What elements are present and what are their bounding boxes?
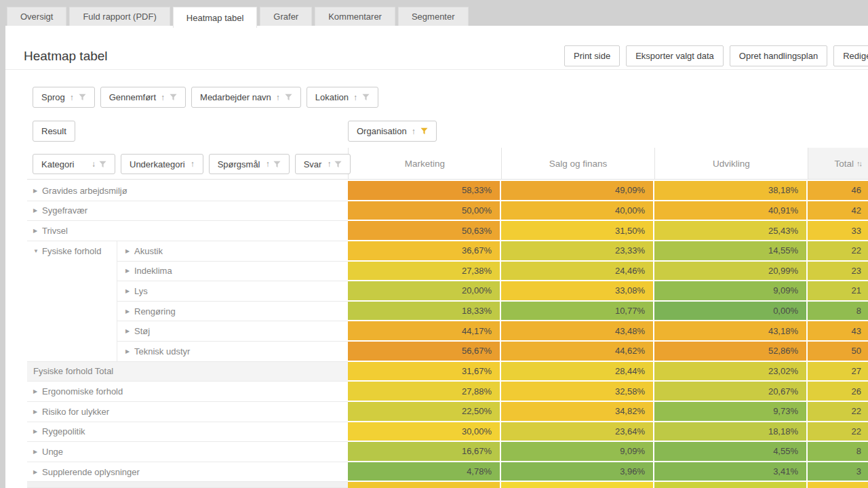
subcategory-cell[interactable]: ▶Rengøring bbox=[117, 302, 348, 322]
expand-icon[interactable]: ▶ bbox=[33, 207, 42, 214]
value-cell[interactable]: 8 bbox=[808, 302, 868, 322]
value-cell[interactable]: 21 bbox=[808, 281, 868, 302]
value-cell[interactable]: 43,48% bbox=[501, 321, 654, 342]
tab-grafer[interactable]: Grafer bbox=[260, 7, 312, 26]
value-cell[interactable]: 4,55% bbox=[654, 442, 808, 462]
column-header-udvikling[interactable]: Udvikling bbox=[654, 148, 808, 179]
category-cell[interactable] bbox=[27, 482, 348, 488]
category-cell[interactable]: ▶Unge bbox=[27, 442, 348, 462]
value-cell[interactable]: 31,67% bbox=[348, 362, 501, 382]
column-header-total[interactable]: Total↑↓ bbox=[808, 148, 868, 179]
filter-medarbejder-navn[interactable]: Medarbejder navn↑ bbox=[191, 87, 301, 108]
value-cell[interactable]: 28,44% bbox=[501, 362, 654, 382]
subcategory-cell[interactable]: ▶Akustik bbox=[117, 241, 348, 262]
value-cell[interactable]: 3,96% bbox=[501, 462, 654, 483]
tab-segmenter[interactable]: Segmenter bbox=[398, 7, 469, 26]
filter-gennemf-rt[interactable]: Gennemført↑ bbox=[100, 87, 186, 108]
total-row-label[interactable]: Fysiske forhold Total bbox=[27, 362, 348, 382]
value-cell[interactable]: 56,67% bbox=[348, 342, 501, 362]
value-cell[interactable]: 44,17% bbox=[348, 321, 501, 342]
value-cell[interactable]: 9,09% bbox=[501, 442, 654, 462]
tab-oversigt[interactable]: Oversigt bbox=[7, 7, 66, 26]
expand-icon[interactable]: ▶ bbox=[125, 328, 134, 334]
value-cell[interactable]: 32,58% bbox=[501, 382, 654, 402]
category-cell[interactable] bbox=[27, 281, 117, 302]
value-cell[interactable]: 58,33% bbox=[348, 181, 501, 201]
value-cell[interactable]: 22 bbox=[808, 402, 868, 422]
column-header-sp-rgsm-l[interactable]: Spørgsmål↑ bbox=[209, 154, 290, 174]
value-cell[interactable]: 31,50% bbox=[501, 221, 654, 241]
value-cell[interactable]: 20,99% bbox=[654, 262, 808, 282]
value-cell[interactable]: 23 bbox=[808, 262, 868, 282]
value-cell[interactable]: 33,08% bbox=[501, 281, 654, 302]
expand-icon[interactable]: ▶ bbox=[33, 449, 42, 455]
value-cell[interactable]: 24,46% bbox=[501, 262, 654, 282]
filter-lokation[interactable]: Lokation↑ bbox=[307, 87, 378, 108]
value-cell[interactable]: 26 bbox=[808, 382, 868, 402]
value-cell[interactable]: 20,67% bbox=[654, 382, 808, 402]
value-cell[interactable]: 36,67% bbox=[348, 241, 501, 262]
value-cell[interactable]: 0,00% bbox=[654, 302, 808, 322]
value-cell[interactable]: 16,67% bbox=[348, 442, 501, 462]
value-cell[interactable]: 18,33% bbox=[348, 302, 501, 322]
value-cell[interactable]: 38,18% bbox=[654, 181, 808, 201]
value-cell[interactable]: 23,33% bbox=[501, 241, 654, 262]
value-cell[interactable]: 9,73% bbox=[654, 402, 808, 422]
value-cell[interactable]: 46 bbox=[808, 181, 868, 201]
filter-sprog[interactable]: Sprog↑ bbox=[33, 87, 95, 108]
value-cell[interactable]: 4,78% bbox=[348, 462, 501, 483]
value-cell[interactable]: 9,09% bbox=[654, 281, 808, 302]
value-cell[interactable]: 34,82% bbox=[501, 402, 654, 422]
category-cell[interactable]: ▶Gravides arbejdsmiljø bbox=[27, 181, 348, 201]
value-cell[interactable]: 27 bbox=[808, 362, 868, 382]
column-header-svar[interactable]: Svar↑ bbox=[295, 154, 351, 174]
value-cell[interactable]: 3,41% bbox=[654, 462, 808, 483]
value-cell[interactable] bbox=[501, 482, 654, 488]
expand-icon[interactable]: ▶ bbox=[125, 308, 134, 314]
column-header-salg-og-finans[interactable]: Salg og finans bbox=[501, 148, 654, 179]
value-cell[interactable] bbox=[808, 482, 868, 488]
column-header-kategori[interactable]: Kategori↓ bbox=[33, 154, 115, 174]
category-cell[interactable]: ▶Trivsel bbox=[27, 221, 348, 241]
category-cell[interactable] bbox=[27, 321, 117, 342]
expand-icon[interactable]: ▶ bbox=[125, 288, 134, 294]
expand-icon[interactable]: ▶ bbox=[125, 348, 134, 354]
category-cell[interactable]: ▶Sygefravær bbox=[27, 201, 348, 222]
expand-icon[interactable]: ▶ bbox=[33, 228, 42, 234]
value-cell[interactable]: 40,91% bbox=[654, 201, 808, 222]
expand-icon[interactable]: ▶ bbox=[33, 388, 42, 394]
value-cell[interactable]: 33 bbox=[808, 221, 868, 241]
value-cell[interactable]: 14,55% bbox=[654, 241, 808, 262]
expand-icon[interactable]: ▶ bbox=[33, 409, 42, 415]
value-cell[interactable] bbox=[654, 482, 808, 488]
expand-icon[interactable]: ▶ bbox=[33, 428, 42, 434]
subcategory-cell[interactable]: ▶Indeklima bbox=[117, 262, 348, 282]
value-cell[interactable] bbox=[348, 482, 501, 488]
expand-icon[interactable]: ▶ bbox=[33, 188, 42, 194]
category-cell[interactable]: ▶Risiko for ulykker bbox=[27, 402, 348, 422]
value-cell[interactable]: 18,18% bbox=[654, 422, 808, 443]
value-cell[interactable]: 20,00% bbox=[348, 281, 501, 302]
value-cell[interactable]: 3 bbox=[808, 462, 868, 483]
value-cell[interactable]: 27,88% bbox=[348, 382, 501, 402]
subcategory-cell[interactable]: ▶Lys bbox=[117, 281, 348, 302]
value-cell[interactable]: 22,50% bbox=[348, 402, 501, 422]
category-cell[interactable] bbox=[27, 262, 117, 282]
value-cell[interactable]: 50 bbox=[808, 342, 868, 362]
value-cell[interactable]: 27,38% bbox=[348, 262, 501, 282]
value-cell[interactable]: 22 bbox=[808, 422, 868, 443]
category-cell[interactable]: ▼Fysiske forhold bbox=[27, 241, 117, 262]
print-side-button[interactable]: Print side bbox=[564, 45, 620, 66]
category-cell[interactable] bbox=[27, 342, 117, 362]
value-cell[interactable]: 50,63% bbox=[348, 221, 501, 241]
collapse-icon[interactable]: ▼ bbox=[33, 248, 42, 254]
eksporter-valgt-data-button[interactable]: Eksporter valgt data bbox=[626, 45, 724, 66]
tab-fuld-rapport-pdf[interactable]: Fuld rapport (PDF) bbox=[69, 7, 170, 26]
value-cell[interactable]: 50,00% bbox=[348, 201, 501, 222]
value-cell[interactable]: 25,43% bbox=[654, 221, 808, 241]
value-cell[interactable]: 43 bbox=[808, 321, 868, 342]
rediger-filtre-button[interactable]: Rediger filtre bbox=[833, 45, 868, 66]
value-cell[interactable]: 52,86% bbox=[654, 342, 808, 362]
value-cell[interactable]: 8 bbox=[808, 442, 868, 462]
column-header-marketing[interactable]: Marketing bbox=[348, 148, 501, 179]
